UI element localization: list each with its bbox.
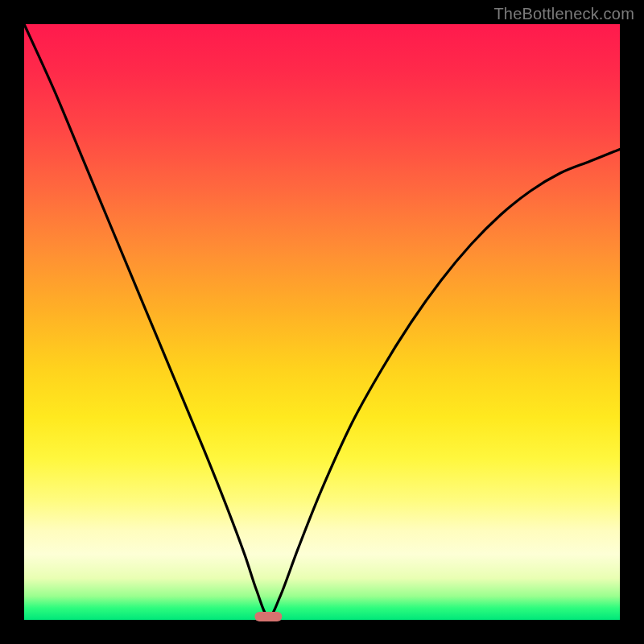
bottleneck-curve-path [24, 24, 620, 617]
plot-area [24, 24, 620, 620]
watermark-text: TheBottleneck.com [493, 5, 634, 23]
outer-frame: TheBottleneck.com [0, 0, 644, 644]
curve-svg [24, 24, 620, 620]
min-marker [255, 612, 282, 621]
